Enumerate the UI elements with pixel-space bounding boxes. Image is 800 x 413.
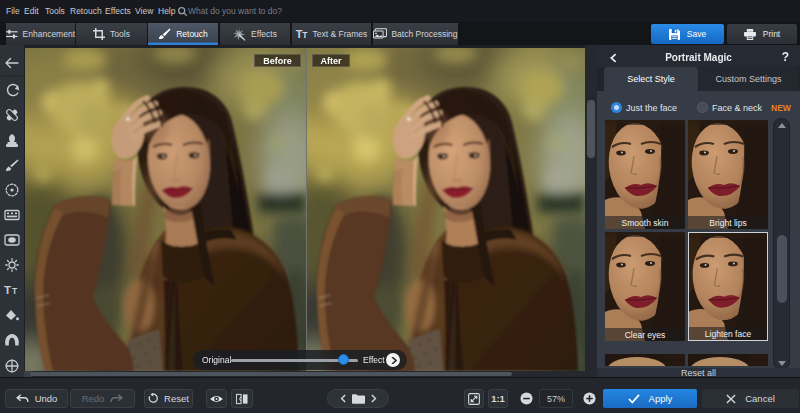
- svg-text:T: T: [4, 284, 11, 296]
- svg-text:T: T: [12, 286, 18, 296]
